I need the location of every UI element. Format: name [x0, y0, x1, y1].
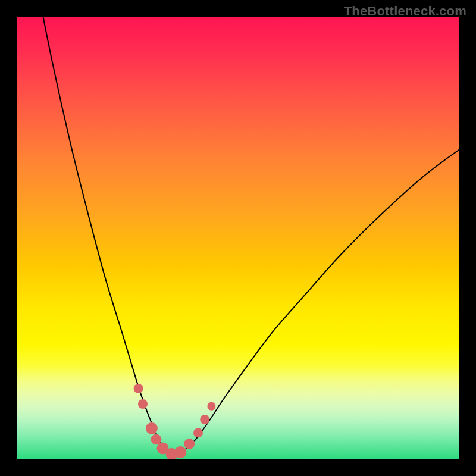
watermark-text: TheBottleneck.com [344, 4, 466, 19]
marker-group [134, 384, 216, 459]
curve-marker [138, 399, 148, 409]
curve-marker [174, 446, 186, 458]
plot-area [17, 17, 459, 459]
curve-marker [207, 402, 215, 411]
curve-marker [134, 384, 143, 393]
curve-marker [193, 428, 203, 437]
curve-marker [184, 439, 195, 449]
chart-outer-frame: TheBottleneck.com [0, 0, 476, 476]
chart-svg [17, 17, 459, 459]
curve-marker [146, 422, 158, 434]
curve-marker [200, 415, 209, 424]
bottleneck-curve-line [17, 17, 459, 455]
